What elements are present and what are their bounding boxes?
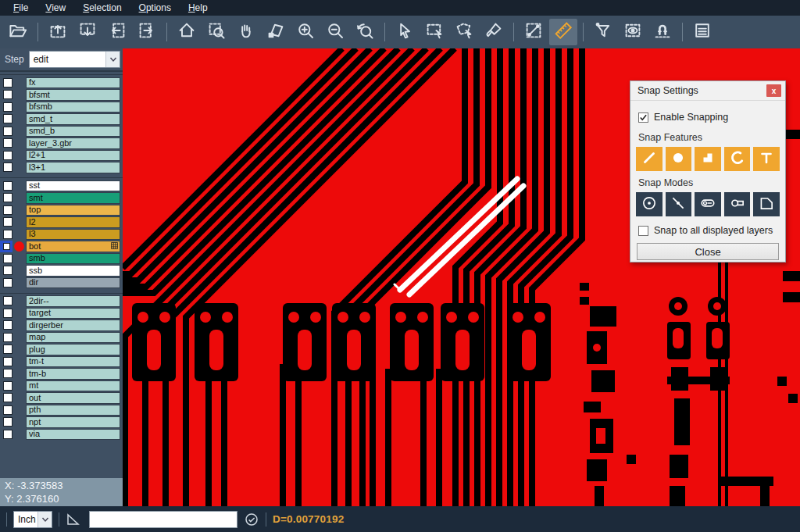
pan-button[interactable] [232, 19, 260, 45]
snap-pad-button[interactable] [666, 147, 692, 171]
layer-name[interactable]: via [26, 429, 120, 441]
layer-name[interactable]: layer_3.gbr [26, 137, 120, 149]
layer-name[interactable]: bfsmt [26, 89, 120, 101]
report-button[interactable] [688, 19, 716, 45]
layer-visibility-checkbox[interactable] [0, 113, 12, 125]
zoom-home-button[interactable] [173, 19, 201, 45]
layer-name[interactable]: l3+1 [26, 162, 120, 173]
snap-slot-end-button[interactable] [724, 192, 751, 216]
grid-icon[interactable] [111, 241, 120, 252]
snap-arc-button[interactable] [724, 147, 751, 171]
layer-visibility-checkbox[interactable] [0, 320, 12, 331]
snap-on-element-button[interactable] [666, 192, 692, 216]
dialog-titlebar[interactable]: Snap Settings x [630, 81, 785, 101]
layer-visibility-checkbox[interactable] [0, 355, 12, 367]
zoom-selection-button[interactable] [262, 19, 290, 45]
close-button[interactable]: Close [637, 243, 779, 260]
unit-select[interactable]: Inch [13, 511, 52, 528]
layer-visibility-checkbox[interactable] [0, 204, 12, 216]
all-layers-checkbox[interactable] [638, 226, 648, 236]
filter-button[interactable] [589, 19, 617, 45]
scroll-right-button[interactable] [133, 19, 161, 45]
apply-check-icon[interactable] [244, 512, 259, 527]
layer-name[interactable]: smd_t [26, 113, 120, 125]
layer-visibility-checkbox[interactable] [0, 137, 12, 149]
layer-name[interactable]: plug [26, 344, 120, 355]
layer-visibility-checkbox[interactable] [0, 77, 12, 88]
layer-name[interactable]: 2dir-- [26, 295, 120, 307]
angle-mode-icon[interactable] [66, 512, 81, 527]
layer-visibility-checkbox[interactable] [0, 162, 12, 173]
snap-center-button[interactable] [636, 192, 662, 216]
layer-visibility-checkbox[interactable] [0, 101, 12, 112]
layer-visibility-checkbox[interactable] [0, 416, 12, 428]
layer-visibility-checkbox[interactable] [0, 252, 12, 264]
zoom-out-button[interactable] [321, 19, 349, 45]
snap-line-button[interactable] [636, 147, 662, 171]
zoom-previous-button[interactable] [351, 19, 379, 45]
view-selection-button[interactable] [619, 19, 647, 45]
layer-name[interactable]: smb [26, 253, 120, 265]
layer-visibility-checkbox[interactable] [0, 216, 12, 228]
layer-name[interactable]: dir [26, 277, 120, 289]
layer-name[interactable]: l2+1 [26, 150, 120, 162]
zoom-in-button[interactable] [291, 19, 320, 45]
layer-visibility-checkbox[interactable] [0, 392, 12, 404]
layer-visibility-checkbox[interactable] [0, 192, 12, 204]
measure-ruler-button[interactable] [549, 19, 577, 45]
layer-name[interactable]: smt [26, 192, 120, 204]
clear-button[interactable] [480, 19, 508, 45]
layer-visibility-checkbox[interactable] [0, 89, 12, 101]
layer-name[interactable]: l3 [26, 229, 120, 241]
snap-corner-button[interactable] [753, 192, 780, 216]
layer-name[interactable]: npt [26, 416, 120, 428]
layer-visibility-checkbox[interactable] [0, 380, 12, 391]
layer-visibility-checkbox[interactable] [0, 125, 12, 137]
layer-name[interactable]: sst [26, 180, 120, 192]
open-button[interactable] [4, 19, 32, 45]
layer-name[interactable]: fx [26, 77, 120, 89]
scroll-down-button[interactable] [73, 19, 102, 45]
close-icon[interactable]: x [766, 84, 781, 97]
layer-visibility-checkbox[interactable] [0, 295, 12, 307]
layer-visibility-checkbox[interactable] [0, 149, 12, 161]
layer-visibility-checkbox[interactable] [0, 228, 12, 240]
scroll-left-button[interactable] [103, 19, 131, 45]
layer-name[interactable]: out [26, 392, 120, 404]
layer-visibility-checkbox[interactable] [0, 331, 12, 343]
layer-visibility-checkbox[interactable] [0, 344, 12, 355]
layer-name[interactable]: tm-t [26, 356, 120, 368]
measure-distance-button[interactable] [520, 19, 548, 45]
menu-item-file[interactable]: File [5, 1, 37, 15]
layer-name[interactable]: target [26, 308, 120, 320]
step-select[interactable]: edit [29, 51, 120, 68]
snap-surface-button[interactable] [695, 147, 721, 171]
menu-item-selection[interactable]: Selection [74, 1, 130, 15]
layer-visibility-checkbox[interactable] [0, 277, 12, 288]
select-button[interactable] [391, 19, 419, 45]
layer-visibility-checkbox[interactable] [0, 404, 12, 416]
scroll-up-button[interactable] [44, 19, 72, 45]
menu-item-options[interactable]: Options [130, 1, 180, 15]
layer-visibility-checkbox[interactable] [0, 180, 12, 191]
layer-name[interactable]: dirgerber [26, 320, 120, 331]
layer-name[interactable]: bfsmb [26, 102, 120, 113]
layer-name[interactable]: pth [26, 405, 120, 416]
layer-name[interactable]: bot [26, 241, 120, 252]
zoom-window-button[interactable] [202, 19, 230, 45]
layer-name[interactable]: mt [26, 380, 120, 392]
enable-snapping-checkbox[interactable] [638, 112, 648, 123]
layer-name[interactable]: l2 [26, 216, 120, 228]
layer-visibility-checkbox[interactable] [0, 241, 12, 252]
layer-visibility-checkbox[interactable] [0, 428, 12, 440]
layer-visibility-checkbox[interactable] [0, 265, 12, 277]
snap-button[interactable] [648, 19, 677, 45]
select-rectangle-button[interactable] [420, 19, 448, 45]
layer-name[interactable]: ssb [26, 265, 120, 277]
menu-item-view[interactable]: View [37, 1, 74, 15]
layer-name[interactable]: top [26, 205, 120, 216]
layer-name[interactable]: tm-b [26, 368, 120, 380]
layer-name[interactable]: smd_b [26, 126, 120, 137]
layer-visibility-checkbox[interactable] [0, 368, 12, 380]
select-polygon-button[interactable] [450, 19, 478, 45]
